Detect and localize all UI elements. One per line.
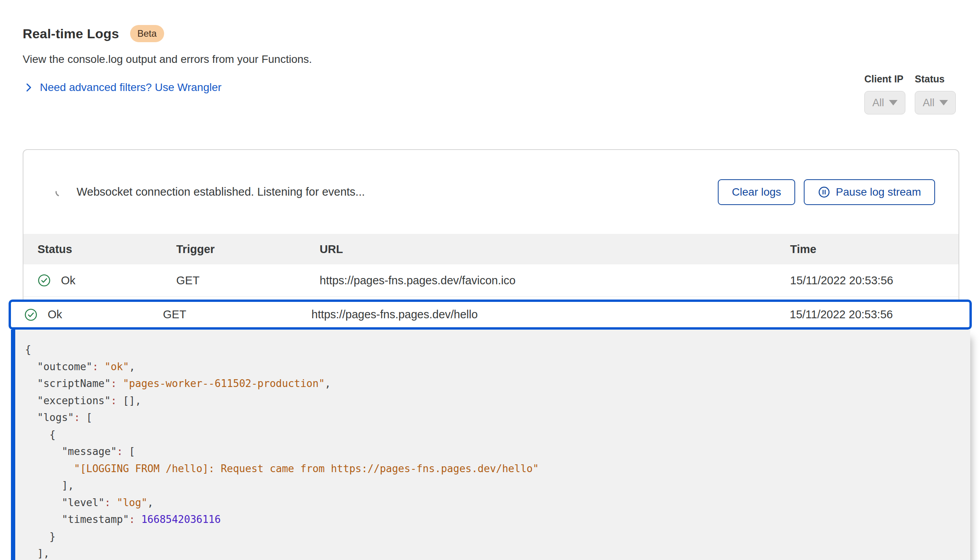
log-table-body: OkGEThttps://pages-fns.pages.dev/favicon… (23, 264, 959, 560)
log-detail-panel: { "outcome": "ok", "scriptName": "pages-… (11, 330, 970, 560)
caret-down-icon (889, 100, 898, 105)
page-subtitle: View the console.log output and errors f… (23, 53, 980, 66)
pause-log-stream-button[interactable]: Pause log stream (804, 179, 935, 205)
url-cell: https://pages-fns.pages.dev/hello (311, 308, 790, 321)
client-ip-label: Client IP (864, 73, 905, 85)
stream-status-message: Websocket connection established. Listen… (77, 185, 365, 198)
pause-log-stream-label: Pause log stream (836, 186, 921, 198)
status-filter: Status All (915, 73, 956, 114)
log-detail-json: { "outcome": "ok", "scriptName": "pages-… (25, 341, 961, 560)
chevron-right-icon (23, 82, 34, 93)
stream-status-bar: Websocket connection established. Listen… (23, 150, 959, 234)
status-select[interactable]: All (915, 91, 956, 114)
status-cell: Ok (24, 308, 163, 321)
pause-circle-icon (818, 186, 830, 198)
trigger-cell: GET (163, 308, 311, 321)
check-circle-icon (24, 308, 38, 321)
check-circle-icon (38, 274, 51, 287)
log-row-selected[interactable]: OkGEThttps://pages-fns.pages.dev/hello15… (9, 300, 972, 330)
column-header-time: Time (790, 243, 944, 256)
status-text: Ok (61, 274, 75, 287)
status-text: Ok (48, 308, 62, 321)
log-row[interactable]: OkGEThttps://pages-fns.pages.dev/favicon… (23, 264, 959, 297)
clear-logs-label: Clear logs (732, 186, 781, 198)
wrangler-link-text[interactable]: Need advanced filters? Use Wrangler (40, 81, 222, 94)
logs-card: Websocket connection established. Listen… (23, 149, 959, 560)
url-cell: https://pages-fns.pages.dev/favicon.ico (320, 274, 790, 287)
loading-spinner-icon (54, 186, 66, 198)
client-ip-value: All (872, 97, 884, 109)
client-ip-select[interactable]: All (864, 91, 905, 114)
caret-down-icon (939, 100, 948, 105)
time-cell: 15/11/2022 20:53:56 (790, 274, 944, 287)
trigger-cell: GET (176, 274, 320, 287)
filters: Client IP All Status All (864, 73, 956, 114)
page-title: Real-time Logs (23, 26, 119, 41)
client-ip-filter: Client IP All (864, 73, 905, 114)
column-header-url: URL (320, 243, 790, 256)
clear-logs-button[interactable]: Clear logs (718, 179, 795, 205)
beta-badge: Beta (130, 25, 164, 42)
status-value: All (923, 97, 934, 109)
page-header: Real-time Logs Beta View the console.log… (0, 0, 980, 94)
wrangler-link[interactable]: Need advanced filters? Use Wrangler (23, 81, 222, 94)
time-cell: 15/11/2022 20:53:56 (790, 308, 954, 321)
status-cell: Ok (38, 274, 176, 287)
status-label: Status (915, 73, 956, 85)
column-header-trigger: Trigger (176, 243, 320, 256)
table-header: StatusTriggerURLTime (23, 234, 959, 264)
column-header-status: Status (38, 243, 176, 256)
